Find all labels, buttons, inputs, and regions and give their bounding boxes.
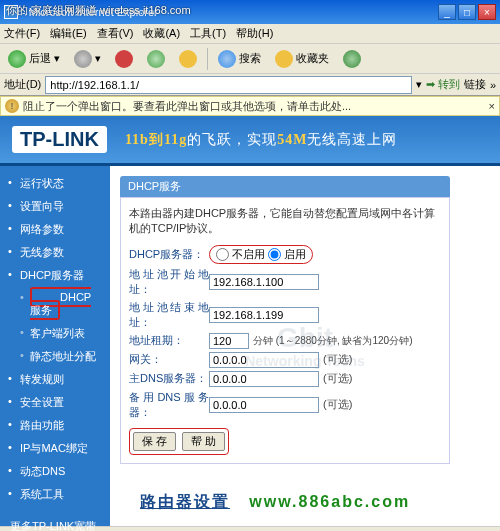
menubar: 文件(F) 编辑(E) 查看(V) 收藏(A) 工具(T) 帮助(H) — [0, 24, 500, 44]
refresh-button[interactable] — [143, 48, 169, 70]
address-input[interactable] — [45, 76, 412, 94]
home-icon — [179, 50, 197, 68]
sidebar-item-7[interactable]: 静态地址分配 — [0, 345, 110, 368]
button-row: 保 存 帮 助 — [129, 428, 229, 455]
menu-tools[interactable]: 工具(T) — [190, 26, 226, 41]
minimize-button[interactable]: _ — [438, 4, 456, 20]
radio-on[interactable] — [268, 248, 281, 261]
field-dhcp-server: DHCP服务器： 不启用 启用 — [129, 245, 441, 264]
router-body: 运行状态设置向导网络参数无线参数DHCP服务器DHCP服务客户端列表静态地址分配… — [0, 166, 500, 526]
address-bar: 地址(D) ▾ ➡ 转到 链接 » — [0, 74, 500, 96]
sidebar-item-1[interactable]: 设置向导 — [0, 195, 110, 218]
sidebar-item-0[interactable]: 运行状态 — [0, 172, 110, 195]
input-gateway[interactable] — [209, 352, 319, 368]
window-titlebar: 你的·家庭组网频道 wireless.it168.com - Microsoft… — [0, 0, 500, 24]
popup-blocked-bar[interactable]: ! 阻止了一个弹出窗口。要查看此弹出窗口或其他选项，请单击此处... × — [0, 96, 500, 116]
star-icon — [275, 50, 293, 68]
sidebar-item-9[interactable]: 安全设置 — [0, 391, 110, 414]
forward-button[interactable]: ▾ — [70, 48, 105, 70]
sidebar-item-13[interactable]: 系统工具 — [0, 483, 110, 506]
menu-file[interactable]: 文件(F) — [4, 26, 40, 41]
home-button[interactable] — [175, 48, 201, 70]
sidebar-item-11[interactable]: IP与MAC绑定 — [0, 437, 110, 460]
input-dns2[interactable] — [209, 397, 319, 413]
bottom-link-blue: 路由器设置 — [140, 493, 230, 510]
sidebar-item-2[interactable]: 网络参数 — [0, 218, 110, 241]
stop-icon — [115, 50, 133, 68]
separator — [207, 48, 208, 70]
search-button[interactable]: 搜索 — [214, 48, 265, 70]
infobar-close[interactable]: × — [489, 100, 495, 112]
close-button[interactable]: × — [478, 4, 496, 20]
search-icon — [218, 50, 236, 68]
watermark-text: 你的·家庭组网频道 wireless.it168.com — [6, 3, 191, 18]
menu-edit[interactable]: 编辑(E) — [50, 26, 87, 41]
panel-title: DHCP服务 — [120, 176, 450, 197]
menu-view[interactable]: 查看(V) — [97, 26, 134, 41]
dhcp-panel: 本路由器内建DHCP服务器，它能自动替您配置局域网中各计算机的TCP/IP协议。… — [120, 197, 450, 464]
sidebar-item-5[interactable]: DHCP服务 — [0, 287, 110, 322]
window-controls: _ □ × — [436, 4, 496, 20]
input-start-ip[interactable] — [209, 274, 319, 290]
sidebar-item-10[interactable]: 路由功能 — [0, 414, 110, 437]
help-button[interactable]: 帮 助 — [182, 432, 225, 451]
dhcp-radio-group: 不启用 启用 — [209, 245, 313, 264]
tplink-logo: TP-LINK — [12, 126, 107, 153]
radio-off[interactable] — [216, 248, 229, 261]
menu-fav[interactable]: 收藏(A) — [143, 26, 180, 41]
sidebar-item-4[interactable]: DHCP服务器 — [0, 264, 110, 287]
sidebar-item-6[interactable]: 客户端列表 — [0, 322, 110, 345]
go-button[interactable]: ➡ 转到 — [426, 77, 460, 92]
back-icon — [8, 50, 26, 68]
history-icon — [343, 50, 361, 68]
maximize-button[interactable]: □ — [458, 4, 476, 20]
sidebar: 运行状态设置向导网络参数无线参数DHCP服务器DHCP服务客户端列表静态地址分配… — [0, 166, 110, 526]
input-end-ip[interactable] — [209, 307, 319, 323]
favorites-button[interactable]: 收藏夹 — [271, 48, 333, 70]
panel-hint: 本路由器内建DHCP服务器，它能自动替您配置局域网中各计算机的TCP/IP协议。 — [129, 206, 441, 237]
history-button[interactable] — [339, 48, 365, 70]
sidebar-item-3[interactable]: 无线参数 — [0, 241, 110, 264]
bottom-link-green: www.886abc.com — [249, 493, 410, 510]
slogan: 11b到11g的飞跃，实现54M无线高速上网 — [125, 131, 397, 149]
menu-help[interactable]: 帮助(H) — [236, 26, 273, 41]
sidebar-item-8[interactable]: 转发规则 — [0, 368, 110, 391]
links-label[interactable]: 链接 — [464, 77, 486, 92]
back-button[interactable]: 后退▾ — [4, 48, 64, 70]
router-header: TP-LINK 11b到11g的飞跃，实现54M无线高速上网 — [0, 116, 500, 166]
content-area: Gbit Networking Techs DHCP服务 本路由器内建DHCP服… — [110, 166, 500, 526]
input-dns1[interactable] — [209, 371, 319, 387]
toolbar: 后退▾ ▾ 搜索 收藏夹 — [0, 44, 500, 74]
address-label: 地址(D) — [4, 77, 41, 92]
infobar-text: 阻止了一个弹出窗口。要查看此弹出窗口或其他选项，请单击此处... — [23, 99, 351, 114]
sidebar-footer: 更多TP-LINK宽带路由 器,请点击查看 >> — [0, 518, 110, 531]
sidebar-item-12[interactable]: 动态DNS — [0, 460, 110, 483]
bottom-watermark: 路由器设置 www.886abc.com — [140, 492, 410, 513]
stop-button[interactable] — [111, 48, 137, 70]
warning-icon: ! — [5, 99, 19, 113]
forward-icon — [74, 50, 92, 68]
refresh-icon — [147, 50, 165, 68]
save-button[interactable]: 保 存 — [133, 432, 176, 451]
input-lease[interactable] — [209, 333, 249, 349]
